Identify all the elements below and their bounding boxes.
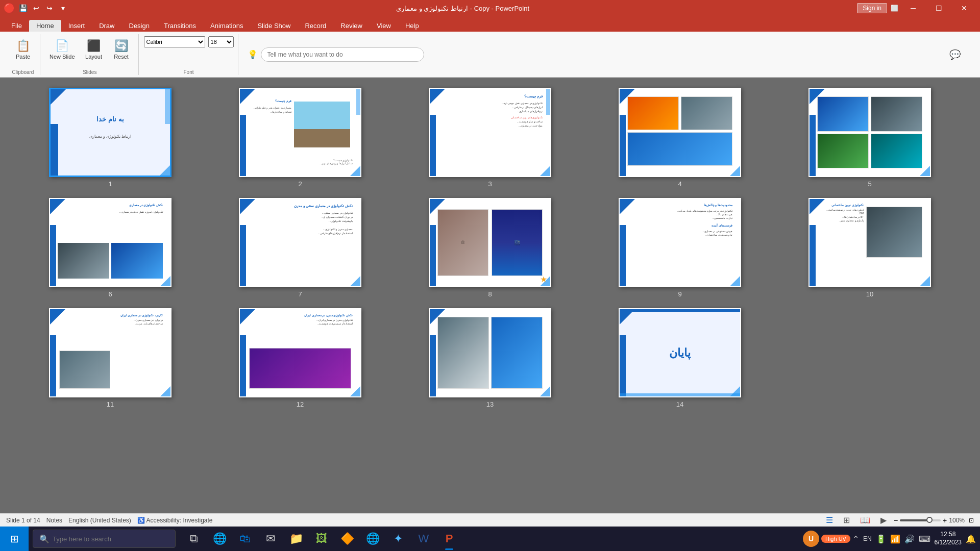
slide-item-9[interactable]: محدودیت‌ها و چالش‌ها تکنولوژی در برخی مو… bbox=[590, 198, 770, 298]
zoom-slider[interactable] bbox=[900, 519, 941, 521]
taskbar-app-vlc[interactable]: 🔶 bbox=[335, 527, 359, 551]
notification-icon[interactable]: 🔔 bbox=[966, 534, 976, 544]
taskbar-app-word[interactable]: W bbox=[411, 527, 436, 551]
taskbar-app-taskview[interactable]: ⧉ bbox=[182, 527, 206, 551]
taskbar-app-mail[interactable]: ✉ bbox=[258, 527, 283, 551]
layout-button[interactable]: ⬛ Layout bbox=[81, 34, 107, 65]
slide-thumb-4[interactable] bbox=[619, 88, 741, 177]
slide-thumb-7[interactable]: نکش تکنولوژی در معماری سنتی و مدرن تکنول… bbox=[239, 198, 361, 287]
slide-thumb-5[interactable] bbox=[808, 88, 931, 177]
customize-qat-button[interactable]: ▾ bbox=[57, 3, 68, 14]
clock-display[interactable]: 12:58 6/12/2023 bbox=[935, 531, 962, 546]
start-button[interactable]: ⊞ bbox=[0, 527, 29, 551]
ime-icon: EN bbox=[863, 535, 872, 542]
slide-item-2[interactable]: فرم چیست؟ معماری به عنوان هنر و علم طراح… bbox=[210, 88, 390, 188]
reading-view-button[interactable]: 📖 bbox=[857, 514, 873, 526]
slide-item-11[interactable]: کاربرد تکنولوژی در معماری ایران در ایران… bbox=[20, 308, 200, 408]
copilot-icon: ✦ bbox=[394, 532, 403, 545]
normal-view-button[interactable]: ☰ bbox=[823, 514, 836, 526]
maximize-button[interactable]: ☐ bbox=[927, 0, 950, 16]
sign-in-button[interactable]: Sign in bbox=[857, 3, 887, 13]
slide-item-1[interactable]: به نام خدا ارتباط تکنولوژی و معماری 1 bbox=[20, 88, 200, 188]
tab-help[interactable]: Help bbox=[398, 20, 426, 32]
taskbar-app-store[interactable]: 🛍 bbox=[233, 527, 257, 551]
font-family-select[interactable]: Calibri bbox=[144, 36, 205, 47]
slide-item-3[interactable]: فرم چیست؟ تکنولوژی در معماری نقش مهمی دا… bbox=[400, 88, 580, 188]
slide-item-7[interactable]: نکش تکنولوژی در معماری سنتی و مدرن تکنول… bbox=[210, 198, 390, 298]
tab-transitions[interactable]: Transitions bbox=[157, 20, 203, 32]
taskbar-app-powerpoint[interactable]: P bbox=[437, 527, 461, 551]
slide-sorter-button[interactable]: ⊞ bbox=[840, 514, 853, 526]
slide-item-8[interactable]: 🏛 🌃 8 bbox=[400, 198, 580, 298]
slide-thumb-14[interactable]: پایان bbox=[619, 308, 741, 397]
taskbar-app-copilot[interactable]: ✦ bbox=[386, 527, 410, 551]
font-size-select[interactable]: 18 bbox=[208, 36, 234, 47]
comments-button[interactable]: 💬 bbox=[942, 44, 968, 65]
notes-button[interactable]: Notes bbox=[46, 517, 62, 524]
taskbar-search-box[interactable]: 🔍 bbox=[33, 530, 176, 548]
ribbon-search-input[interactable] bbox=[261, 47, 424, 62]
tab-draw[interactable]: Draw bbox=[92, 20, 121, 32]
slide-thumb-6[interactable]: نکش تکنولوژی در معماری تکنولوژی امروزه ن… bbox=[49, 198, 172, 287]
chevron-up-icon[interactable]: ⌃ bbox=[852, 534, 859, 544]
zoom-out-button[interactable]: − bbox=[894, 516, 898, 524]
taskbar-right: U High UV ⌃ EN 🔋 📶 🔊 ⌨ 12:58 6/12/2023 🔔 bbox=[803, 531, 980, 547]
slide-thumb-2[interactable]: فرم چیست؟ معماری به عنوان هنر و علم طراح… bbox=[239, 88, 361, 177]
close-button[interactable]: ✕ bbox=[952, 0, 976, 16]
volume-icon[interactable]: 🔊 bbox=[904, 534, 915, 544]
windows-logo-icon: ⊞ bbox=[10, 533, 19, 545]
slide-thumb-13[interactable] bbox=[429, 308, 551, 397]
tab-view[interactable]: View bbox=[370, 20, 398, 32]
slide-item-6[interactable]: نکش تکنولوژی در معماری تکنولوژی امروزه ن… bbox=[20, 198, 200, 298]
minimize-button[interactable]: ─ bbox=[901, 0, 925, 16]
slide-thumb-9[interactable]: محدودیت‌ها و چالش‌ها تکنولوژی در برخی مو… bbox=[619, 198, 741, 287]
new-slide-button[interactable]: 📄 New Slide bbox=[45, 34, 79, 65]
redo-qat-button[interactable]: ↪ bbox=[44, 3, 55, 14]
tab-record[interactable]: Record bbox=[298, 20, 333, 32]
user-avatar[interactable]: U bbox=[803, 531, 819, 547]
slide-thumb-3[interactable]: فرم چیست؟ تکنولوژی در معماری نقش مهمی دا… bbox=[429, 88, 551, 177]
accessibility-status[interactable]: ♿ Accessibility: Investigate bbox=[137, 517, 213, 524]
font-group: Calibri 18 Font bbox=[140, 34, 238, 75]
paste-button[interactable]: 📋 Paste bbox=[10, 34, 36, 65]
presenter-view-button[interactable]: ▶ bbox=[877, 514, 890, 526]
slide-number-10: 10 bbox=[866, 290, 873, 298]
word-icon: W bbox=[419, 532, 429, 545]
slide-item-5[interactable]: 5 bbox=[780, 88, 960, 188]
slide-thumb-11[interactable]: کاربرد تکنولوژی در معماری ایران در ایران… bbox=[49, 308, 172, 397]
tab-file[interactable]: File bbox=[4, 20, 29, 32]
tab-slideshow[interactable]: Slide Show bbox=[250, 20, 298, 32]
restore-mode-icon[interactable]: ⬜ bbox=[889, 3, 899, 13]
taskbar-app-explorer[interactable]: 📁 bbox=[284, 527, 308, 551]
date-text: 6/12/2023 bbox=[935, 539, 962, 547]
slide-item-12[interactable]: نکش تکنولوژی مدرن در معماری ایران تکنولو… bbox=[210, 308, 390, 408]
vlc-icon: 🔶 bbox=[340, 532, 354, 545]
tab-home[interactable]: Home bbox=[29, 20, 61, 32]
slide-thumb-8[interactable]: 🏛 🌃 bbox=[429, 198, 551, 287]
tab-animations[interactable]: Animations bbox=[203, 20, 250, 32]
taskbar-app-chrome[interactable]: 🌐 bbox=[360, 527, 385, 551]
slide-thumb-1[interactable]: به نام خدا ارتباط تکنولوژی و معماری bbox=[49, 88, 172, 177]
taskbar-search-input[interactable] bbox=[53, 535, 169, 543]
app-logo-icon: 🔴 bbox=[4, 3, 14, 13]
explorer-icon: 📁 bbox=[289, 532, 303, 545]
slide-number-3: 3 bbox=[488, 180, 492, 188]
slide-thumb-12[interactable]: نکش تکنولوژی مدرن در معماری ایران تکنولو… bbox=[239, 308, 361, 397]
fit-window-button[interactable]: ⊡ bbox=[969, 517, 974, 524]
slide-item-13[interactable]: 13 bbox=[400, 308, 580, 408]
save-qat-button[interactable]: 💾 bbox=[17, 3, 29, 14]
tab-design[interactable]: Design bbox=[122, 20, 157, 32]
undo-qat-button[interactable]: ↩ bbox=[31, 3, 42, 14]
slide-item-14[interactable]: پایان 14 bbox=[590, 308, 770, 408]
layout-icon: ⬛ bbox=[87, 39, 101, 53]
taskbar-app-photos[interactable]: 🖼 bbox=[309, 527, 334, 551]
taskbar-app-edge[interactable]: 🌐 bbox=[207, 527, 232, 551]
reset-button[interactable]: 🔄 Reset bbox=[109, 34, 134, 65]
tab-review[interactable]: Review bbox=[333, 20, 370, 32]
slide-item-10[interactable]: تکنولوژی نوین ساختمانی فناوری‌های جدید د… bbox=[780, 198, 960, 298]
zoom-in-button[interactable]: + bbox=[943, 516, 947, 524]
slide-thumb-10[interactable]: تکنولوژی نوین ساختمانی فناوری‌های جدید د… bbox=[808, 198, 931, 287]
tab-insert[interactable]: Insert bbox=[61, 20, 92, 32]
slide-item-4[interactable]: 4 bbox=[590, 88, 770, 188]
slide-number-2: 2 bbox=[298, 180, 302, 188]
